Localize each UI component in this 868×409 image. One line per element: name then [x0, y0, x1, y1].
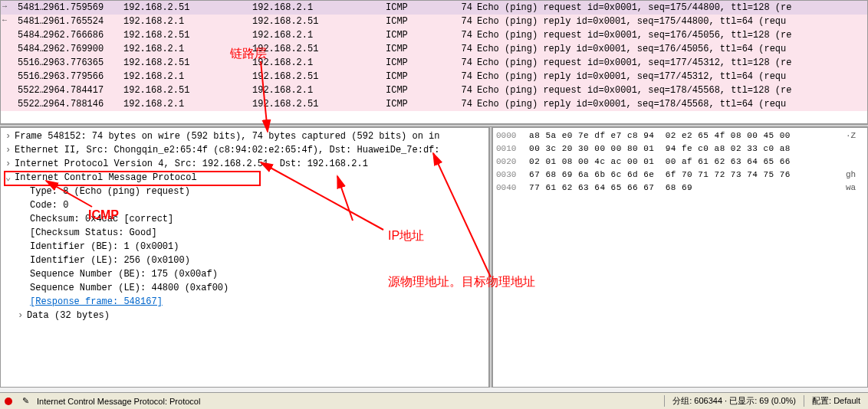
cell-src: 192.168.2.51 — [123, 28, 252, 42]
tree-icmp[interactable]: ⌄Internet Control Message Protocol — [1, 171, 488, 185]
hex-line[interactable]: 0020 02 01 08 00 4c ac 00 01 00 af 61 62… — [496, 155, 864, 169]
cell-no: 5484… — [1, 42, 43, 56]
hex-offset: 0010 — [496, 142, 524, 155]
cell-proto: ICMP — [386, 1, 451, 15]
hex-bytes: 00 3c 20 30 00 00 80 01 94 fe c0 a8 02 3… — [524, 142, 846, 155]
cell-proto: ICMP — [386, 70, 451, 83]
hex-bytes: 67 68 69 6a 6b 6c 6d 6e 6f 70 71 72 73 7… — [524, 169, 846, 182]
cell-dst: 192.168.2.51 — [252, 15, 386, 28]
cell-dst: 192.168.2.1 — [252, 1, 386, 15]
tree-ip[interactable]: ›Internet Protocol Version 4, Src: 192.1… — [1, 157, 488, 171]
packet-row[interactable]: 5481…2961.759569192.168.2.51192.168.2.1I… — [1, 1, 867, 15]
hex-bytes: a8 5a e0 7e df e7 c8 94 02 e2 65 4f 08 0… — [524, 129, 846, 142]
cell-proto: ICMP — [386, 83, 451, 97]
tree-icmp-response[interactable]: [Response frame: 548167] — [1, 295, 488, 309]
tree-icmp-type[interactable]: Type: 8 (Echo (ping) request) — [1, 185, 488, 198]
cell-no: 5481… — [1, 1, 43, 15]
cell-no: 5522… — [1, 97, 43, 111]
chevron-right-icon[interactable]: › — [5, 143, 15, 157]
cell-time: 2964.784417 — [43, 83, 123, 97]
tree-icmp-seq-be[interactable]: Sequence Number (BE): 175 (0x00af) — [1, 267, 488, 281]
tree-label: Sequence Number (LE): 44800 (0xaf00) — [30, 283, 229, 293]
direction-arrow-icon: ← — [2, 16, 7, 25]
cell-src: 192.168.2.51 — [123, 83, 252, 97]
cell-info: Echo (ping) request id=0x0001, seq=177/4… — [472, 56, 867, 70]
hex-offset: 0040 — [496, 182, 524, 195]
hex-ascii: ·Z — [846, 129, 864, 142]
cell-dst: 192.168.2.51 — [252, 70, 386, 83]
cell-src: 192.168.2.1 — [123, 42, 252, 56]
cell-len: 74 — [451, 83, 472, 97]
chevron-down-icon[interactable]: ⌄ — [5, 171, 15, 185]
tree-label: Internet Protocol Version 4, Src: 192.16… — [15, 159, 368, 169]
hex-offset: 0030 — [496, 169, 524, 182]
hex-ascii: gh — [846, 169, 864, 182]
packet-list-pane[interactable]: →5481…2961.759569192.168.2.51192.168.2.1… — [0, 0, 868, 124]
cell-src: 192.168.2.51 — [123, 56, 252, 70]
cell-proto: ICMP — [386, 15, 451, 28]
cell-len: 74 — [451, 70, 472, 83]
record-icon[interactable] — [3, 396, 14, 407]
cell-info: Echo (ping) reply id=0x0001, seq=176/450… — [472, 42, 867, 56]
tree-label: Sequence Number (BE): 175 (0x00af) — [30, 269, 218, 280]
hex-bytes: 77 61 62 63 64 65 66 67 68 69 — [524, 182, 846, 195]
tree-data[interactable]: ›Data (32 bytes) — [1, 309, 488, 322]
chevron-right-icon[interactable]: › — [18, 309, 27, 322]
status-bar: ✎ Internet Control Message Protocol: Pro… — [0, 392, 868, 409]
cell-len: 74 — [451, 1, 472, 15]
packet-row[interactable]: 5522…2964.784417192.168.2.51192.168.2.1I… — [1, 83, 867, 97]
hex-line[interactable]: 0030 67 68 69 6a 6b 6c 6d 6e 6f 70 71 72… — [496, 169, 864, 182]
tree-label: [Checksum Status: Good] — [30, 227, 157, 238]
tree-label: Identifier (LE): 256 (0x0100) — [30, 255, 190, 266]
hex-line[interactable]: 0010 00 3c 20 30 00 00 80 01 94 fe c0 a8… — [496, 142, 864, 155]
hex-ascii — [846, 142, 864, 155]
cell-no: 5484… — [1, 28, 43, 42]
cell-len: 74 — [451, 15, 472, 28]
cell-time: 2962.766686 — [43, 28, 123, 42]
cell-time: 2963.776365 — [43, 56, 123, 70]
cell-info: Echo (ping) reply id=0x0001, seq=178/455… — [472, 97, 867, 111]
cell-proto: ICMP — [386, 56, 451, 70]
cell-dst: 192.168.2.1 — [252, 28, 386, 42]
hex-dump-pane[interactable]: 0000 a8 5a e0 7e df e7 c8 94 02 e2 65 4f… — [492, 127, 868, 388]
cell-src: 192.168.2.1 — [123, 15, 252, 28]
hex-bytes: 02 01 08 00 4c ac 00 01 00 af 61 62 63 6… — [524, 155, 846, 169]
tree-icmp-seq-le[interactable]: Sequence Number (LE): 44800 (0xaf00) — [1, 281, 488, 295]
status-text: Internet Control Message Protocol: Proto… — [34, 397, 664, 406]
tree-icmp-chkstatus[interactable]: [Checksum Status: Good] — [1, 226, 488, 240]
hex-line[interactable]: 0040 77 61 62 63 64 65 66 67 68 69wa — [496, 182, 864, 195]
tool-icon[interactable]: ✎ — [20, 396, 31, 407]
cell-time: 2961.759569 — [43, 1, 123, 15]
tree-ethernet[interactable]: ›Ethernet II, Src: Chongqin_e2:65:4f (c8… — [1, 143, 488, 157]
chevron-right-icon[interactable]: › — [5, 157, 15, 171]
tree-icmp-id-le[interactable]: Identifier (LE): 256 (0x0100) — [1, 254, 488, 267]
packet-row[interactable]: 5516…2963.779566192.168.2.1192.168.2.51I… — [1, 70, 867, 83]
cell-time: 2963.779566 — [43, 70, 123, 83]
cell-no: 5522… — [1, 83, 43, 97]
protocol-tree-pane[interactable]: ›Frame 548152: 74 bytes on wire (592 bit… — [0, 127, 489, 388]
tree-label: Ethernet II, Src: Chongqin_e2:65:4f (c8:… — [15, 145, 440, 155]
packet-row[interactable]: 5484…2962.766686192.168.2.51192.168.2.1I… — [1, 28, 867, 42]
hex-line[interactable]: 0000 a8 5a e0 7e df e7 c8 94 02 e2 65 4f… — [496, 129, 864, 142]
hex-offset: 0020 — [496, 155, 524, 169]
packet-row[interactable]: 5484…2962.769900192.168.2.1192.168.2.51I… — [1, 42, 867, 56]
cell-proto: ICMP — [386, 97, 451, 111]
chevron-right-icon[interactable]: › — [5, 129, 15, 143]
cell-dst: 192.168.2.1 — [252, 83, 386, 97]
tree-icmp-code[interactable]: Code: 0 — [1, 198, 488, 212]
cell-info: Echo (ping) reply id=0x0001, seq=175/448… — [472, 15, 867, 28]
packet-row[interactable]: 5522…2964.788146192.168.2.1192.168.2.51I… — [1, 97, 867, 111]
cell-no: 5481… — [1, 15, 43, 28]
packet-row[interactable]: 5481…2961.765524192.168.2.1192.168.2.51I… — [1, 15, 867, 28]
cell-dst: 192.168.2.51 — [252, 97, 386, 111]
tree-icmp-checksum[interactable]: Checksum: 0x4cac [correct] — [1, 212, 488, 226]
hex-offset: 0000 — [496, 129, 524, 142]
tree-frame[interactable]: ›Frame 548152: 74 bytes on wire (592 bit… — [1, 129, 488, 143]
cell-proto: ICMP — [386, 28, 451, 42]
tree-icmp-id-be[interactable]: Identifier (BE): 1 (0x0001) — [1, 240, 488, 254]
response-link[interactable]: [Response frame: 548167] — [30, 296, 163, 307]
packet-row[interactable]: 5516…2963.776365192.168.2.51192.168.2.1I… — [1, 56, 867, 70]
tree-label: Internet Control Message Protocol — [15, 172, 197, 183]
hex-ascii — [846, 155, 864, 169]
cell-proto: ICMP — [386, 42, 451, 56]
